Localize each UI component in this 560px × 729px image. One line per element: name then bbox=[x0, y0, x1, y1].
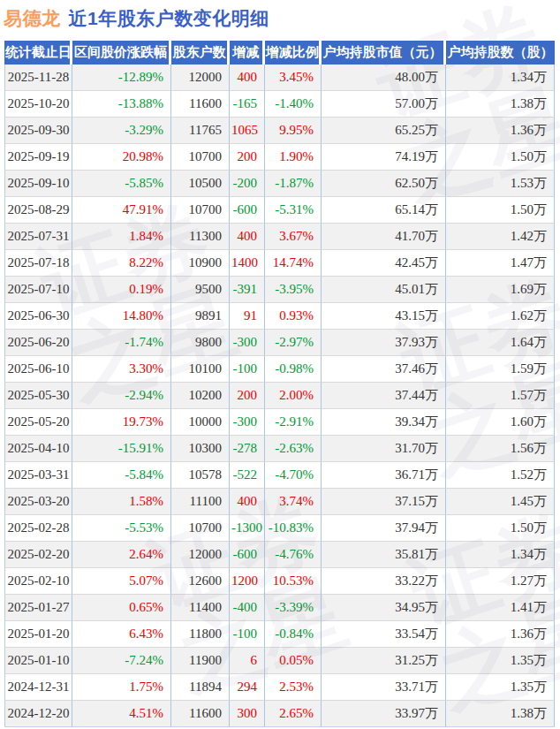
cell-avg-market-value: 37.46万 bbox=[322, 356, 446, 383]
cell-date: 2025-09-10 bbox=[4, 171, 72, 197]
cell-date: 2025-03-31 bbox=[4, 462, 72, 489]
cell-delta-pct: 1.90% bbox=[265, 144, 322, 171]
cell-delta-pct: -2.97% bbox=[265, 330, 322, 356]
table-row: 2025-05-30-2.94%102002002.00%37.44万1.57万 bbox=[4, 383, 555, 409]
cell-avg-market-value: 43.15万 bbox=[322, 303, 446, 330]
cell-avg-market-value: 65.25万 bbox=[322, 118, 446, 144]
cell-date: 2025-01-27 bbox=[4, 595, 72, 621]
table-row: 2025-02-105.07%12600120010.53%33.22万1.27… bbox=[4, 568, 555, 595]
cell-change-pct: 8.22% bbox=[72, 250, 171, 277]
cell-avg-market-value: 45.01万 bbox=[322, 277, 446, 303]
cell-avg-shares: 1.52万 bbox=[446, 462, 555, 489]
cell-delta: -200 bbox=[230, 171, 265, 197]
cell-change-pct: 1.58% bbox=[72, 489, 171, 515]
cell-avg-market-value: 37.15万 bbox=[322, 489, 446, 515]
cell-delta: 1400 bbox=[230, 250, 265, 277]
cell-change-pct: -2.94% bbox=[72, 383, 171, 409]
table-body: 2025-11-28-12.89%120004003.45%48.00万1.34… bbox=[4, 65, 555, 727]
cell-holders: 9800 bbox=[171, 330, 230, 356]
cell-avg-shares: 1.41万 bbox=[446, 595, 555, 621]
cell-delta-pct: -3.39% bbox=[265, 595, 322, 621]
table-row: 2025-09-30-3.29%1176510659.95%65.25万1.36… bbox=[4, 118, 555, 144]
cell-holders: 10500 bbox=[171, 171, 230, 197]
cell-avg-market-value: 37.93万 bbox=[322, 330, 446, 356]
cell-delta: -100 bbox=[230, 356, 265, 383]
cell-delta-pct: -2.63% bbox=[265, 436, 322, 462]
cell-avg-market-value: 48.00万 bbox=[322, 65, 446, 91]
cell-holders: 10100 bbox=[171, 356, 230, 383]
cell-delta-pct: -1.40% bbox=[265, 91, 322, 118]
cell-avg-market-value: 74.19万 bbox=[322, 144, 446, 171]
cell-date: 2025-03-20 bbox=[4, 489, 72, 515]
cell-delta: -278 bbox=[230, 436, 265, 462]
table-row: 2025-03-31-5.84%10578-522-4.70%36.71万1.5… bbox=[4, 462, 555, 489]
cell-holders: 11600 bbox=[171, 701, 230, 727]
cell-avg-shares: 1.59万 bbox=[446, 356, 555, 383]
cell-holders: 10900 bbox=[171, 250, 230, 277]
cell-holders: 12000 bbox=[171, 65, 230, 91]
cell-holders: 12000 bbox=[171, 542, 230, 568]
cell-avg-market-value: 33.97万 bbox=[322, 701, 446, 727]
cell-date: 2025-06-10 bbox=[4, 356, 72, 383]
table-row: 2025-01-206.43%11800-100-0.84%33.54万1.36… bbox=[4, 621, 555, 648]
cell-avg-market-value: 33.54万 bbox=[322, 621, 446, 648]
cell-delta: 200 bbox=[230, 144, 265, 171]
column-header-delta-pct: 增减比例 bbox=[265, 41, 322, 65]
cell-avg-market-value: 36.71万 bbox=[322, 462, 446, 489]
table-row: 2025-03-201.58%111004003.74%37.15万1.45万 bbox=[4, 489, 555, 515]
cell-avg-market-value: 35.81万 bbox=[322, 542, 446, 568]
cell-delta: 6 bbox=[230, 648, 265, 674]
cell-delta-pct: 10.53% bbox=[265, 568, 322, 595]
cell-date: 2025-09-19 bbox=[4, 144, 72, 171]
cell-delta-pct: -0.98% bbox=[265, 356, 322, 383]
cell-holders: 10578 bbox=[171, 462, 230, 489]
cell-date: 2025-09-30 bbox=[4, 118, 72, 144]
cell-avg-market-value: 42.45万 bbox=[322, 250, 446, 277]
column-header-delta: 增减 bbox=[230, 41, 265, 65]
cell-holders: 10000 bbox=[171, 409, 230, 436]
cell-date: 2025-06-20 bbox=[4, 330, 72, 356]
cell-delta: -600 bbox=[230, 542, 265, 568]
cell-delta-pct: 3.67% bbox=[265, 224, 322, 250]
cell-date: 2025-05-30 bbox=[4, 383, 72, 409]
cell-delta-pct: 14.74% bbox=[265, 250, 322, 277]
cell-avg-shares: 1.27万 bbox=[446, 568, 555, 595]
cell-date: 2024-12-20 bbox=[4, 701, 72, 727]
cell-delta-pct: 2.53% bbox=[265, 674, 322, 701]
cell-avg-shares: 1.35万 bbox=[446, 674, 555, 701]
cell-avg-shares: 1.53万 bbox=[446, 171, 555, 197]
cell-avg-shares: 1.56万 bbox=[446, 436, 555, 462]
cell-avg-market-value: 65.14万 bbox=[322, 197, 446, 224]
table-row: 2025-04-10-15.91%10300-278-2.63%31.70万1.… bbox=[4, 436, 555, 462]
cell-date: 2025-06-30 bbox=[4, 303, 72, 330]
cell-delta-pct: -5.31% bbox=[265, 197, 322, 224]
cell-delta: 200 bbox=[230, 383, 265, 409]
cell-date: 2025-02-20 bbox=[4, 542, 72, 568]
cell-change-pct: -13.88% bbox=[72, 91, 171, 118]
table-row: 2025-02-202.64%12000-600-4.76%35.81万1.34… bbox=[4, 542, 555, 568]
cell-avg-shares: 1.36万 bbox=[446, 118, 555, 144]
cell-avg-market-value: 37.44万 bbox=[322, 383, 446, 409]
cell-date: 2024-12-31 bbox=[4, 674, 72, 701]
cell-holders: 9500 bbox=[171, 277, 230, 303]
table-row: 2025-01-10-7.24%1190060.05%31.25万1.35万 bbox=[4, 648, 555, 674]
cell-change-pct: -3.29% bbox=[72, 118, 171, 144]
table-row: 2024-12-311.75%118942942.53%33.71万1.35万 bbox=[4, 674, 555, 701]
cell-change-pct: 4.51% bbox=[72, 701, 171, 727]
cell-change-pct: 47.91% bbox=[72, 197, 171, 224]
table-row: 2025-07-188.22%10900140014.74%42.45万1.47… bbox=[4, 250, 555, 277]
cell-delta: 400 bbox=[230, 489, 265, 515]
cell-date: 2025-01-20 bbox=[4, 621, 72, 648]
table-row: 2025-01-270.65%11400-400-3.39%34.95万1.41… bbox=[4, 595, 555, 621]
cell-change-pct: -12.89% bbox=[72, 65, 171, 91]
cell-holders: 11894 bbox=[171, 674, 230, 701]
table-row: 2025-06-20-1.74%9800-300-2.97%37.93万1.64… bbox=[4, 330, 555, 356]
cell-date: 2025-07-10 bbox=[4, 277, 72, 303]
table-row: 2025-07-100.19%9500-391-3.95%45.01万1.69万 bbox=[4, 277, 555, 303]
cell-delta-pct: 0.05% bbox=[265, 648, 322, 674]
cell-avg-shares: 1.36万 bbox=[446, 621, 555, 648]
table-head: 统计截止日区间股价涨跌幅股东户数增减增减比例户均持股市值（元）户均持股数（股） bbox=[4, 41, 555, 65]
cell-holders: 10700 bbox=[171, 515, 230, 542]
cell-avg-shares: 1.47万 bbox=[446, 250, 555, 277]
cell-delta-pct: 2.65% bbox=[265, 701, 322, 727]
